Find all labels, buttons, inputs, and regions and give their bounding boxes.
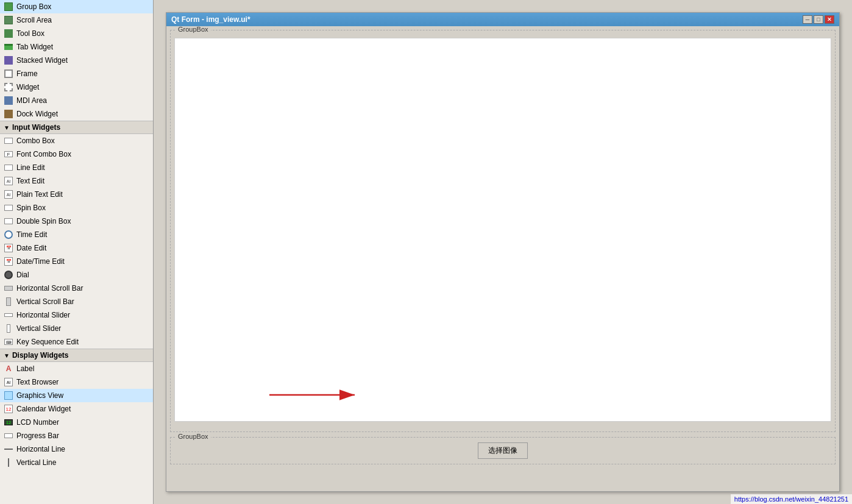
close-button[interactable]: ✕ xyxy=(825,15,834,24)
section-header-display-widgets[interactable]: ▼ Display Widgets xyxy=(0,349,153,362)
sidebar-item-scroll-area[interactable]: Scroll Area xyxy=(0,13,153,27)
sidebar-item-calendar-widget[interactable]: 12 Calendar Widget xyxy=(0,402,153,416)
form-content: GroupBox GroupBox 选择图像 xyxy=(166,26,839,489)
group-box-icon xyxy=(4,2,13,12)
sidebar-item-label: Widget xyxy=(16,83,39,91)
form-title: Qt Form - img_view.ui* xyxy=(171,15,250,24)
sidebar-item-label: Vertical Slider xyxy=(16,324,61,333)
sidebar-item-label: Horizontal Scroll Bar xyxy=(16,284,83,293)
sidebar-item-widget[interactable]: Widget xyxy=(0,80,153,94)
sidebar-item-label: Date Edit xyxy=(16,244,46,252)
section-arrow-input: ▼ xyxy=(4,124,10,131)
widget-icon xyxy=(4,82,13,92)
sidebar-item-label: Tab Widget xyxy=(16,43,53,51)
mdi-area-icon xyxy=(4,96,13,105)
horizontal-slider-icon xyxy=(4,310,13,320)
section-header-label: Input Widgets xyxy=(12,123,60,132)
frame-icon xyxy=(4,69,13,79)
double-spin-box-icon xyxy=(4,216,13,226)
sidebar-item-datetime-edit[interactable]: 📅 Date/Time Edit xyxy=(0,255,153,268)
sidebar-item-label: MDI Area xyxy=(16,96,47,105)
sidebar-item-label: Progress Bar xyxy=(16,431,59,440)
graphics-view-icon xyxy=(4,391,13,400)
sidebar-item-mdi-area[interactable]: MDI Area xyxy=(0,94,153,107)
sidebar-item-spin-box[interactable]: Spin Box xyxy=(0,201,153,215)
font-combo-box-icon: F xyxy=(4,149,13,159)
tool-box-icon xyxy=(4,29,13,38)
sidebar-item-label: Date/Time Edit xyxy=(16,257,65,266)
sidebar-item-label: Plain Text Edit xyxy=(16,190,63,199)
sidebar-item-font-combo-box[interactable]: F Font Combo Box xyxy=(0,147,153,161)
sidebar-item-label: Group Box xyxy=(16,2,51,11)
sidebar-item-tab-widget[interactable]: Tab Widget xyxy=(0,40,153,54)
time-edit-icon xyxy=(4,230,13,240)
sidebar-item-label: Text Browser xyxy=(16,378,59,386)
groupbox-bottom-label: GroupBox xyxy=(176,433,211,440)
tab-widget-icon xyxy=(4,42,13,52)
sidebar-item-label: Dock Widget xyxy=(16,110,58,118)
sidebar-item-date-edit[interactable]: 📅 Date Edit xyxy=(0,241,153,255)
maximize-button[interactable]: □ xyxy=(814,15,823,24)
section-header-input-widgets[interactable]: ▼ Input Widgets xyxy=(0,121,153,134)
groupbox-inner-top xyxy=(174,38,831,422)
sidebar-item-dial[interactable]: Dial xyxy=(0,268,153,282)
progress-bar-icon xyxy=(4,431,13,441)
sidebar-item-double-spin-box[interactable]: Double Spin Box xyxy=(0,215,153,228)
sidebar-item-label: Stacked Widget xyxy=(16,56,68,65)
sidebar-item-vertical-slider[interactable]: Vertical Slider xyxy=(0,322,153,335)
sidebar-item-frame[interactable]: Frame xyxy=(0,67,153,80)
sidebar-item-text-edit[interactable]: AI Text Edit xyxy=(0,174,153,188)
sidebar-item-label: Time Edit xyxy=(16,230,47,239)
sidebar-item-label: Vertical Line xyxy=(16,458,56,467)
line-edit-icon xyxy=(4,163,13,172)
minimize-button[interactable]: ─ xyxy=(803,15,812,24)
sidebar-item-label: Text Edit xyxy=(16,177,44,185)
sidebar-item-text-browser[interactable]: AI Text Browser xyxy=(0,375,153,389)
sidebar-item-label: Horizontal Slider xyxy=(16,311,70,319)
vertical-scroll-bar-icon xyxy=(4,297,13,307)
sidebar-item-horizontal-scroll-bar[interactable]: Horizontal Scroll Bar xyxy=(0,282,153,295)
sidebar-item-key-sequence-edit[interactable]: ⌨ Key Sequence Edit xyxy=(0,335,153,349)
sidebar-item-plain-text-edit[interactable]: AI Plain Text Edit xyxy=(0,188,153,201)
sidebar-item-label: Combo Box xyxy=(16,137,55,145)
spin-box-icon xyxy=(4,203,13,213)
sidebar-item-horizontal-line[interactable]: Horizontal Line xyxy=(0,442,153,456)
groupbox-top: GroupBox xyxy=(170,30,836,432)
section-header-label: Display Widgets xyxy=(12,351,69,360)
sidebar-item-vertical-scroll-bar[interactable]: Vertical Scroll Bar xyxy=(0,295,153,308)
scroll-area-icon xyxy=(4,15,13,25)
select-image-button[interactable]: 选择图像 xyxy=(478,442,528,459)
sidebar-item-label: Tool Box xyxy=(16,29,44,38)
sidebar-item-label: LCD Number xyxy=(16,418,59,427)
text-edit-icon: AI xyxy=(4,176,13,186)
sidebar-item-vertical-line[interactable]: Vertical Line xyxy=(0,456,153,469)
sidebar-item-progress-bar[interactable]: Progress Bar xyxy=(0,429,153,442)
sidebar-item-label[interactable]: A Label xyxy=(0,362,153,375)
lcd-number-icon: 12 xyxy=(4,417,13,427)
sidebar-item-label: Font Combo Box xyxy=(16,150,71,158)
sidebar-item-label: Horizontal Line xyxy=(16,445,65,453)
sidebar-item-line-edit[interactable]: Line Edit xyxy=(0,161,153,174)
sidebar-item-combo-box[interactable]: Combo Box xyxy=(0,134,153,147)
sidebar-item-graphics-view[interactable]: Graphics View xyxy=(0,389,153,402)
sidebar-item-tool-box[interactable]: Tool Box xyxy=(0,27,153,40)
plain-text-edit-icon: AI xyxy=(4,190,13,199)
sidebar-item-group-box[interactable]: Group Box xyxy=(0,0,153,13)
dock-widget-icon xyxy=(4,109,13,119)
combo-box-icon xyxy=(4,136,13,146)
horizontal-line-icon xyxy=(4,444,13,454)
sidebar-item-label: Vertical Scroll Bar xyxy=(16,297,74,306)
sidebar-item-horizontal-slider[interactable]: Horizontal Slider xyxy=(0,308,153,322)
stacked-widget-icon xyxy=(4,55,13,65)
sidebar-item-label: Frame xyxy=(16,69,38,78)
sidebar-item-label: Double Spin Box xyxy=(16,217,71,225)
label-widget-icon: A xyxy=(4,364,13,374)
calendar-widget-icon: 12 xyxy=(4,404,13,414)
sidebar-item-lcd-number[interactable]: 12 LCD Number xyxy=(0,416,153,429)
sidebar-item-time-edit[interactable]: Time Edit xyxy=(0,228,153,241)
sidebar-item-label: Label xyxy=(16,364,34,373)
form-window: Qt Form - img_view.ui* ─ □ ✕ GroupBox Gr… xyxy=(166,12,840,492)
form-titlebar: Qt Form - img_view.ui* ─ □ ✕ xyxy=(166,13,839,26)
sidebar-item-stacked-widget[interactable]: Stacked Widget xyxy=(0,54,153,67)
sidebar-item-dock-widget[interactable]: Dock Widget xyxy=(0,107,153,121)
